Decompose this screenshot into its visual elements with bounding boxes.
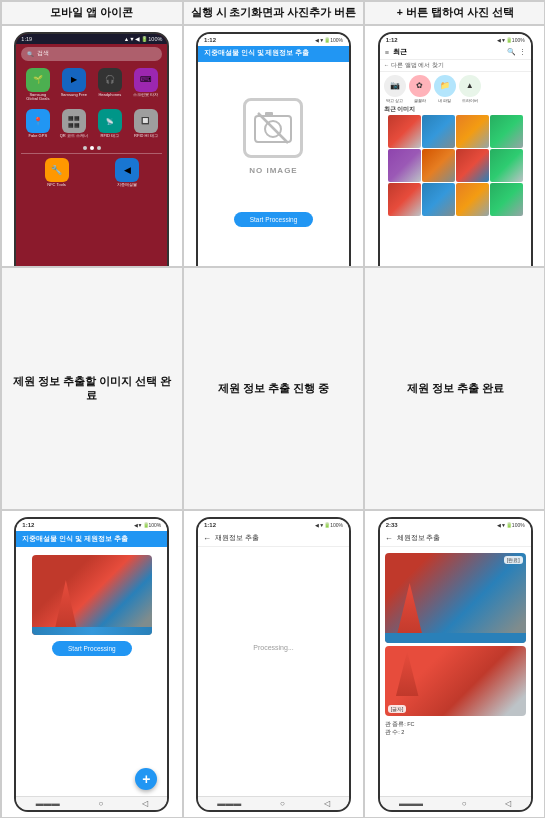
- app-samsung-free[interactable]: ▶ Samsung Free: [57, 68, 90, 102]
- result-cone-bottom: [395, 651, 420, 696]
- app-grid-row2: 📍 Fake GPS ▦▦▦▦ QR 코드 스캐너 📡 RFID 태그 🔲 RF…: [16, 105, 167, 142]
- svg-line-2: [258, 113, 288, 143]
- back-arrow-icon[interactable]: ←: [203, 534, 211, 543]
- more-options-icon[interactable]: ⋮: [519, 48, 526, 56]
- photo-3[interactable]: [456, 115, 489, 148]
- phone6-nav-back[interactable]: ▬▬▬: [399, 799, 423, 808]
- search-label: 검색: [37, 50, 49, 57]
- phone6-back-icon[interactable]: ←: [385, 534, 393, 543]
- app-samsung-goals[interactable]: 🌱 SamsungGlobal Goals: [21, 68, 54, 102]
- album-chip-4[interactable]: ▲ 드라이버: [459, 75, 481, 103]
- phone5-nav-recents[interactable]: ◁: [324, 799, 330, 808]
- phone6-bottom-nav: ▬▬▬ ○ ◁: [380, 796, 531, 810]
- dot-2: [90, 146, 94, 150]
- phone4-start-btn[interactable]: Start Processing: [52, 641, 132, 656]
- result-screen: 2:33 ◀▼🔋100% ← 체원정보 추출 [완료] [글자]: [380, 519, 531, 810]
- search-bar[interactable]: 🔍 검색: [21, 47, 162, 61]
- phone6-nav-home[interactable]: ○: [462, 799, 467, 808]
- photo-10[interactable]: [422, 183, 455, 216]
- gallery-title: 최근: [393, 47, 503, 57]
- photo-8[interactable]: [490, 149, 523, 182]
- phone2-icons: ◀▼🔋100%: [315, 37, 343, 43]
- phone-cell-4: 1:12 ◀▼🔋100% 지중매설물 인식 및 제원정보 추출 Start Pr…: [1, 510, 183, 818]
- phone5-nav-home[interactable]: ○: [280, 799, 285, 808]
- photo-1[interactable]: [388, 115, 421, 148]
- phone4-nav-home[interactable]: ○: [98, 799, 103, 808]
- app-fakegps[interactable]: 📍 Fake GPS: [21, 109, 54, 138]
- photo-6[interactable]: [422, 149, 455, 182]
- app-jungmaesul[interactable]: ◀ 지중매설물: [115, 158, 139, 187]
- result-image-top: [완료]: [385, 553, 526, 643]
- photo-5[interactable]: [388, 149, 421, 182]
- phone-frame-5: 1:12 ◀▼🔋100% ← 재원정보 추출 Processing... ▬▬▬…: [196, 517, 351, 812]
- phone2-time: 1:12: [204, 37, 216, 43]
- phone5-back-bar: ← 재원정보 추출: [198, 531, 349, 547]
- photo-grid: [384, 115, 527, 216]
- album-chips: 📷 박고 싶고 ✿ 글꼴라 📁 내 파일 ▲: [384, 75, 527, 103]
- phone4-app-title: 지중매설물 인식 및 제원정보 추출: [22, 535, 127, 544]
- header-label-1: 모바일 앱 아이콘: [50, 6, 133, 20]
- processing-area: Processing...: [198, 547, 349, 747]
- header-label-4: 제원 정보 추출할 이미지 선택 완료: [8, 375, 176, 402]
- phone-frame-4: 1:12 ◀▼🔋100% 지중매설물 인식 및 제원정보 추출 Start Pr…: [14, 517, 169, 812]
- photo-9[interactable]: [388, 183, 421, 216]
- app-rfid-hi[interactable]: 🔲 RFID HI 태그: [129, 109, 162, 138]
- photo-12[interactable]: [490, 183, 523, 216]
- album-icon-3: 📁: [434, 75, 456, 97]
- result-info-line1: 관 종류: FC: [385, 721, 526, 729]
- header-label-5: 제원 정보 추출 진행 중: [218, 382, 329, 396]
- album-chip-3[interactable]: 📁 내 파일: [434, 75, 456, 103]
- home-screen: 1:19 ▲▼◀ 🔋100% 🔍 검색 🌱 SamsungGlobal Goal…: [16, 34, 167, 268]
- cone-image: [52, 580, 80, 630]
- album-icon-1: 📷: [384, 75, 406, 97]
- phone-frame-1: 1:19 ▲▼◀ 🔋100% 🔍 검색 🌱 SamsungGlobal Goal…: [14, 32, 169, 268]
- selected-screen: 1:12 ◀▼🔋100% 지중매설물 인식 및 제원정보 추출 Start Pr…: [16, 519, 167, 810]
- app-grid-row1: 🌱 SamsungGlobal Goals ▶ Samsung Free 🎧 H…: [16, 64, 167, 106]
- hamburger-icon[interactable]: ≡: [385, 49, 389, 56]
- phone2-app-bar: 지중매설물 인식 및 제원정보 추출: [198, 46, 349, 62]
- phone3-status: 1:12 ◀▼🔋100%: [380, 34, 531, 46]
- phone3-time: 1:12: [386, 37, 398, 43]
- no-image-icon: [243, 98, 303, 158]
- photo-4[interactable]: [490, 115, 523, 148]
- processing-text: Processing...: [253, 644, 293, 651]
- phone2-app-title: 지중매설물 인식 및 제원정보 추출: [204, 49, 309, 58]
- badge-top: [완료]: [504, 556, 523, 564]
- phone5-time: 1:12: [204, 522, 216, 528]
- phone6-nav-recents[interactable]: ◁: [505, 799, 511, 808]
- phone5-icons: ◀▼🔋100%: [315, 522, 343, 528]
- dot-3: [97, 146, 101, 150]
- phone-cell-2: 1:12 ◀▼🔋100% 지중매설물 인식 및 제원정보 추출: [183, 25, 365, 268]
- header-6: 제원 정보 추출 완료: [364, 267, 545, 510]
- app-rfid[interactable]: 📡 RFID 태그: [93, 109, 126, 138]
- phone-cell-5: 1:12 ◀▼🔋100% ← 재원정보 추출 Processing... ▬▬▬…: [183, 510, 365, 818]
- app-headphones[interactable]: 🎧 Headphones: [93, 68, 126, 102]
- app-screenbot[interactable]: ⌨ 스크린봇 타자: [129, 68, 162, 102]
- phone-cell-3: 1:12 ◀▼🔋100% ≡ 최근 🔍 ⋮ ← 다른 앨범 에서 찾기: [364, 25, 545, 268]
- app-nfc[interactable]: 🔧 NFC Tools: [45, 158, 69, 187]
- app-qr[interactable]: ▦▦▦▦ QR 코드 스캐너: [57, 109, 90, 138]
- main-grid: 모바일 앱 아이콘 실행 시 초기화면과 사진추가 버튼 + 버튼 탭하여 사진…: [1, 1, 545, 818]
- header-5: 제원 정보 추출 진행 중: [183, 267, 365, 510]
- header-3: + 버튼 탭하여 사진 선택: [364, 1, 545, 25]
- album-label-3: 내 파일: [438, 98, 451, 103]
- phone5-nav-back[interactable]: ▬▬▬: [217, 799, 241, 808]
- processing-screen: 1:12 ◀▼🔋100% ← 재원정보 추출 Processing... ▬▬▬…: [198, 519, 349, 810]
- result-info-line2: 관 수: 2: [385, 729, 526, 737]
- badge-bottom: [글자]: [388, 705, 407, 713]
- phone4-nav-back[interactable]: ▬▬▬: [36, 799, 60, 808]
- header-label-3: + 버튼 탭하여 사진 선택: [397, 6, 514, 20]
- album-chip-1[interactable]: 📷 박고 싶고: [384, 75, 406, 103]
- photo-11[interactable]: [456, 183, 489, 216]
- search-gallery-icon[interactable]: 🔍: [507, 48, 516, 56]
- phone5-bottom-nav: ▬▬▬ ○ ◁: [198, 796, 349, 810]
- dot-1: [83, 146, 87, 150]
- phone4-fab[interactable]: +: [135, 768, 157, 790]
- init-screen: 1:12 ◀▼🔋100% 지중매설물 인식 및 제원정보 추출: [198, 34, 349, 268]
- album-chip-2[interactable]: ✿ 글꼴라: [409, 75, 431, 103]
- photo-7[interactable]: [456, 149, 489, 182]
- header-2: 실행 시 초기화면과 사진추가 버튼: [183, 1, 365, 25]
- photo-2[interactable]: [422, 115, 455, 148]
- start-processing-btn[interactable]: Start Processing: [234, 212, 314, 227]
- phone4-nav-recents[interactable]: ◁: [142, 799, 148, 808]
